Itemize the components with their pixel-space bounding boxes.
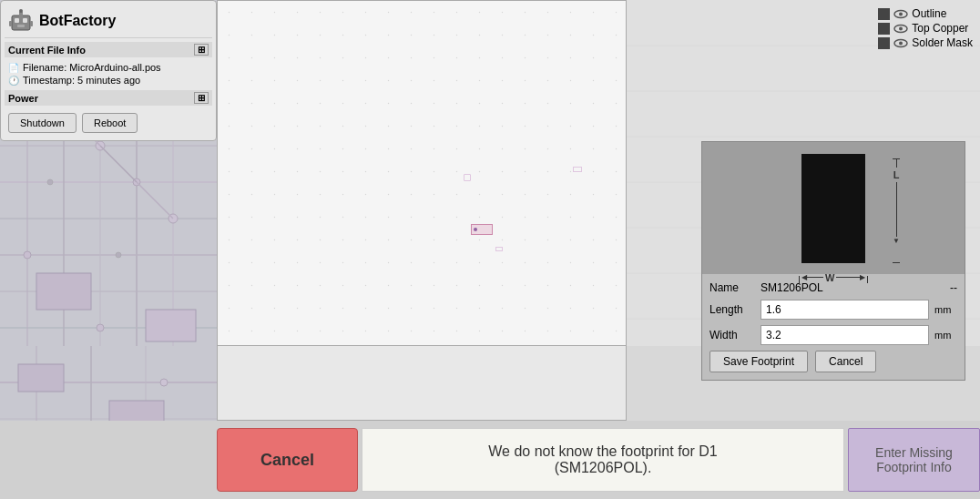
svg-rect-66 [30, 21, 33, 26]
power-label: Power [8, 93, 38, 104]
power-section: Power ⊞ Shutdown Reboot [5, 90, 212, 137]
power-icon: ⊞ [194, 92, 209, 104]
svg-point-34 [47, 179, 53, 185]
timestamp-label: Timestamp: 5 minutes ago [23, 75, 140, 86]
cancel-footprint-button[interactable]: Cancel [815, 351, 876, 372]
svg-rect-29 [36, 273, 91, 310]
footprint-shape [801, 154, 865, 263]
width-unit: mm [934, 330, 957, 341]
svg-rect-61 [23, 18, 27, 23]
solder-mask-label: Solder Mask [912, 36, 973, 49]
svg-point-64 [19, 9, 23, 13]
width-row: Width mm [709, 325, 957, 345]
l-arrow-top [893, 158, 900, 159]
pcb-grid [218, 1, 628, 347]
filename-label: Filename: MicroArduino-all.pos [23, 62, 161, 73]
pcb-part-3 [495, 247, 503, 251]
top-copper-legend-item: Top Copper [878, 22, 973, 35]
current-file-info-icon: ⊞ [194, 44, 209, 56]
length-arrow: L ▼ [893, 158, 900, 245]
pcb-part-1 [464, 174, 471, 181]
footprint-shape-container: L ▼ ◀ W ▶ [801, 154, 865, 263]
svg-point-70 [899, 26, 903, 30]
pcb-canvas[interactable] [217, 0, 627, 346]
length-input[interactable] [761, 300, 929, 320]
outline-label: Outline [912, 7, 946, 20]
current-file-info-label: Current File Info [8, 45, 86, 56]
footprint-form: Name SM1206POL -- Length mm Width mm Sav… [702, 274, 965, 380]
width-label: Width [709, 329, 755, 341]
solder-mask-eye-icon [893, 38, 908, 48]
top-copper-eye-icon [893, 24, 908, 34]
current-file-info-header: Current File Info ⊞ [5, 42, 212, 57]
name-label: Name [709, 281, 755, 294]
svg-point-68 [899, 12, 903, 15]
power-button-row: Shutdown Reboot [5, 109, 212, 137]
cancel-main-button[interactable]: Cancel [217, 428, 358, 492]
length-unit: mm [934, 304, 957, 315]
svg-rect-59 [12, 15, 30, 30]
svg-rect-65 [9, 21, 12, 26]
top-copper-label: Top Copper [912, 22, 968, 35]
svg-rect-60 [15, 18, 19, 23]
svg-rect-47 [18, 364, 64, 392]
bottom-notification-bar: Cancel We do not know the footprint for … [0, 421, 980, 499]
botfactory-icon [8, 8, 34, 34]
pcb-component-pin [474, 228, 477, 231]
w-arrow-left [799, 276, 800, 283]
shutdown-button[interactable]: Shutdown [8, 113, 77, 133]
power-section-header: Power ⊞ [5, 90, 212, 106]
top-copper-checkbox[interactable] [878, 23, 890, 35]
svg-point-72 [899, 41, 903, 45]
svg-point-26 [97, 324, 104, 331]
app-title: BotFactory [39, 13, 116, 29]
notification-text: We do not know the footprint for D1(SM12… [488, 443, 717, 476]
name-row: Name SM1206POL -- [709, 281, 957, 294]
save-footprint-button[interactable]: Save Footprint [709, 351, 808, 372]
filename-row: 📄 Filename: MicroArduino-all.pos [5, 61, 212, 74]
footprint-panel: L ▼ ◀ W ▶ Name SM1206POL -- [701, 141, 965, 381]
pcb-part-2 [573, 167, 582, 172]
name-value: SM1206POL [761, 281, 944, 294]
l-arrow-bottom [893, 262, 900, 263]
svg-point-24 [24, 251, 31, 259]
top-panel: BotFactory Current File Info ⊞ 📄 Filenam… [0, 0, 217, 141]
outline-legend-item: Outline [878, 7, 973, 20]
layer-legend: Outline Top Copper Solder Mask [878, 7, 973, 51]
name-dash: -- [950, 281, 957, 294]
w-label: W [823, 272, 836, 283]
outline-eye-icon [893, 9, 908, 19]
width-input[interactable] [761, 325, 929, 345]
svg-rect-39 [218, 1, 628, 347]
footprint-buttons: Save Footprint Cancel [709, 351, 957, 372]
svg-rect-62 [17, 25, 25, 27]
file-icon: 📄 [8, 63, 19, 73]
enter-missing-footprint-button[interactable]: Enter MissingFootprint Info [848, 428, 980, 492]
width-arrow: ◀ W ▶ [801, 272, 865, 283]
notification-message: We do not know the footprint for D1(SM12… [362, 428, 844, 492]
svg-rect-33 [146, 310, 196, 341]
w-arrow-right [867, 276, 868, 283]
reboot-button[interactable]: Reboot [82, 113, 138, 133]
length-label: Length [709, 303, 755, 316]
footprint-preview: L ▼ ◀ W ▶ [702, 142, 965, 274]
clock-icon: 🕐 [8, 76, 19, 86]
title-bar: BotFactory [5, 5, 212, 38]
solder-mask-checkbox[interactable] [878, 37, 890, 49]
l-label: L [893, 168, 900, 182]
svg-point-50 [160, 379, 168, 386]
length-row: Length mm [709, 300, 957, 320]
timestamp-row: 🕐 Timestamp: 5 minutes ago [5, 74, 212, 87]
enter-missing-label: Enter MissingFootprint Info [875, 445, 953, 474]
outline-checkbox[interactable] [878, 8, 890, 20]
pcb-canvas-bottom [217, 346, 627, 421]
solder-mask-legend-item: Solder Mask [878, 36, 973, 49]
svg-point-35 [116, 252, 121, 258]
